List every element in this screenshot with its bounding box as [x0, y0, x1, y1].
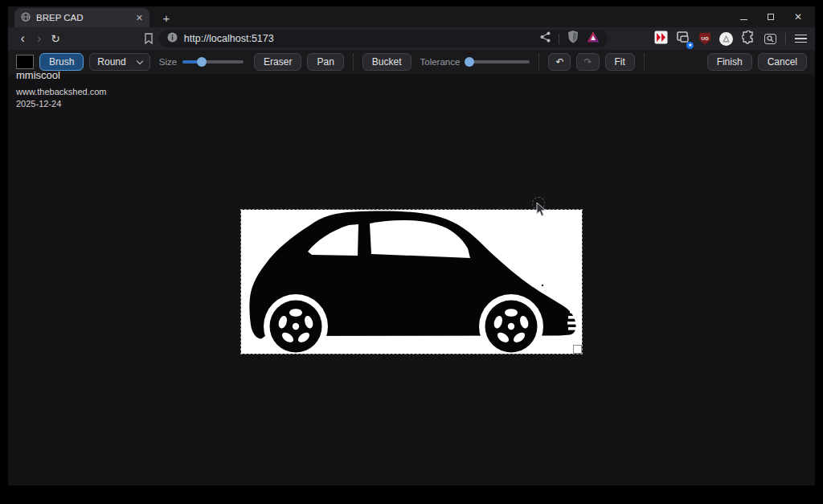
navigation-bar: ‹ › ↻ http://localhost:5173	[8, 27, 815, 50]
tab-title: BREP CAD	[36, 13, 130, 23]
finish-button[interactable]: Finish	[707, 53, 752, 71]
back-button[interactable]: ‹	[14, 31, 31, 46]
color-swatch[interactable]	[16, 55, 34, 69]
toolbar-divider	[538, 54, 539, 70]
forward-button[interactable]: ›	[31, 31, 47, 46]
address-bar[interactable]: http://localhost:5173	[159, 30, 608, 47]
brave-shield-icon[interactable]	[567, 31, 579, 47]
size-slider-thumb[interactable]	[197, 57, 207, 67]
undo-button[interactable]: ↶	[548, 53, 571, 71]
site-info-icon[interactable]	[167, 31, 178, 46]
url-text[interactable]: http://localhost:5173	[184, 33, 540, 44]
urlbar-divider	[559, 34, 559, 44]
brush-size-ring-icon	[532, 197, 545, 210]
page-watermark-text: mmiscool www.thebackshed.com 2025-12-24	[16, 69, 107, 109]
car-silhouette-image	[241, 210, 582, 354]
reload-button[interactable]: ↻	[47, 32, 63, 45]
tolerance-slider-thumb[interactable]	[465, 57, 474, 67]
web-page-content: Brush Round Size Eraser Pan Bucket Toler…	[8, 50, 815, 486]
ublock-shield-icon[interactable]: UO	[699, 33, 710, 45]
grey-logo-extension-icon[interactable]	[719, 32, 733, 46]
eraser-button[interactable]: Eraser	[254, 53, 301, 71]
extensions-puzzle-icon[interactable]	[742, 31, 755, 47]
minimize-button[interactable]	[738, 11, 749, 23]
fit-button[interactable]: Fit	[605, 53, 635, 71]
date-text: 2025-12-24	[16, 99, 107, 109]
size-slider[interactable]	[182, 57, 244, 67]
search-page-icon[interactable]	[764, 34, 776, 44]
chevron-down-icon	[136, 57, 142, 64]
maximize-icon	[768, 14, 774, 20]
brush-shape-select[interactable]: Round	[89, 53, 149, 71]
paint-toolbar: Brush Round Size Eraser Pan Bucket Toler…	[8, 50, 815, 74]
brave-rewards-icon[interactable]	[587, 31, 600, 46]
star-badge: ★	[686, 42, 694, 49]
toolbar-divider	[644, 54, 645, 70]
bookmark-icon[interactable]	[141, 33, 156, 44]
brush-button[interactable]: Brush	[39, 53, 84, 71]
close-button[interactable]: ✕	[792, 11, 804, 23]
cancel-button[interactable]: Cancel	[758, 53, 807, 71]
window-capture-extension-icon[interactable]: ★	[677, 31, 690, 47]
window-controls: ✕	[738, 6, 810, 27]
browser-window: BREP CAD ✕ + ✕ ‹ › ↻ http://localhost:	[8, 6, 815, 486]
new-tab-button[interactable]: +	[158, 10, 175, 26]
desktop-background: BREP CAD ✕ + ✕ ‹ › ↻ http://localhost:	[0, 0, 823, 504]
tab-close-icon[interactable]: ✕	[136, 13, 143, 23]
browser-tab[interactable]: BREP CAD ✕	[14, 8, 149, 27]
brush-shape-value: Round	[97, 56, 125, 68]
minimize-icon	[740, 19, 747, 21]
toolbar-divider	[353, 54, 354, 70]
website-text: www.thebackshed.com	[16, 87, 107, 96]
share-icon[interactable]	[540, 31, 551, 46]
red-chevrons-extension-icon[interactable]	[654, 31, 668, 47]
author-text: mmiscool	[16, 69, 107, 81]
canvas-resize-handle[interactable]	[573, 345, 582, 354]
redo-button[interactable]: ↷	[576, 53, 599, 71]
bucket-button[interactable]: Bucket	[362, 53, 412, 71]
size-label: Size	[159, 57, 177, 67]
pan-button[interactable]: Pan	[307, 53, 343, 71]
site-globe-icon	[21, 10, 31, 25]
maximize-button[interactable]	[765, 11, 776, 23]
extension-icons: ★ UO	[654, 31, 776, 47]
tolerance-label: Tolerance	[420, 57, 461, 67]
tab-bar: BREP CAD ✕ + ✕	[8, 6, 815, 27]
tolerance-slider[interactable]	[465, 57, 530, 67]
menu-button[interactable]	[795, 35, 807, 43]
paint-canvas[interactable]	[241, 210, 582, 354]
toolbar-divider	[785, 33, 786, 44]
urlbar-actions	[540, 31, 600, 47]
